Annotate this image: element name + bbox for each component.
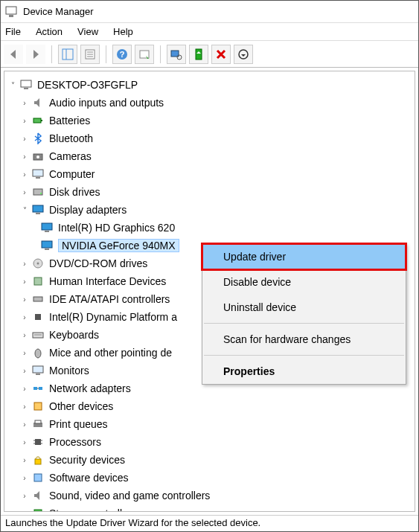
- update-driver-button[interactable]: [189, 45, 208, 64]
- tree-item-label: Storage controllers: [49, 507, 137, 512]
- tree-item-batteries[interactable]: › Batteries: [4, 112, 415, 129]
- menu-action[interactable]: Action: [36, 26, 63, 37]
- svg-rect-34: [33, 297, 42, 301]
- tree-item-label: Intel(R) Dynamic Platform a: [49, 311, 177, 323]
- svg-rect-40: [36, 374, 40, 375]
- svg-rect-44: [34, 403, 42, 410]
- back-button[interactable]: [4, 45, 23, 64]
- tree-item-label: Audio inputs and outputs: [49, 97, 164, 109]
- ctx-update-driver[interactable]: Update driver: [202, 244, 406, 269]
- action-button[interactable]: [135, 45, 154, 64]
- ctx-scan-hardware[interactable]: Scan for hardware changes: [202, 327, 406, 352]
- svg-point-32: [37, 263, 39, 265]
- window-title: Device Manager: [23, 6, 94, 17]
- tree-item-software[interactable]: › Software devices: [4, 469, 415, 487]
- tree-item-computer[interactable]: › Computer: [4, 165, 415, 183]
- computer-icon: [19, 78, 33, 92]
- ide-icon: [31, 292, 45, 306]
- disable-button[interactable]: [234, 45, 253, 64]
- chevron-right-icon[interactable]: ›: [19, 312, 30, 322]
- tree-item-label: Bluetooth: [49, 132, 93, 144]
- menu-file[interactable]: File: [5, 26, 21, 37]
- tree-item-label: IDE ATA/ATAPI controllers: [49, 293, 170, 305]
- chevron-right-icon[interactable]: ›: [19, 383, 30, 394]
- forward-button[interactable]: [26, 45, 45, 64]
- software-icon: [31, 471, 45, 484]
- chevron-right-icon[interactable]: ›: [19, 169, 30, 179]
- network-icon: [31, 382, 45, 395]
- svg-rect-30: [45, 249, 49, 250]
- chevron-right-icon[interactable]: ›: [19, 365, 30, 376]
- chevron-right-icon[interactable]: ›: [19, 437, 30, 447]
- tree-item-bluetooth[interactable]: › Bluetooth: [4, 129, 415, 147]
- processor-icon: [31, 435, 45, 449]
- menu-view[interactable]: View: [77, 26, 98, 37]
- tree-item-processors[interactable]: › Processors: [4, 433, 415, 451]
- optical-icon: [31, 257, 45, 270]
- chevron-right-icon[interactable]: ›: [19, 294, 30, 304]
- help-button[interactable]: ?: [112, 45, 132, 64]
- svg-rect-25: [33, 205, 43, 212]
- battery-icon: [31, 114, 45, 127]
- ctx-item-label: Scan for hardware changes: [223, 333, 351, 345]
- chevron-right-icon[interactable]: ›: [19, 115, 30, 126]
- tree-item-sound[interactable]: › Sound, video and game controllers: [4, 487, 415, 504]
- ctx-item-label: Update driver: [223, 251, 286, 263]
- tree-item-print[interactable]: › Print queues: [4, 415, 415, 433]
- ctx-item-label: Properties: [223, 365, 275, 377]
- chevron-right-icon[interactable]: ›: [19, 490, 30, 501]
- chevron-right-icon[interactable]: ›: [19, 419, 30, 429]
- chevron-right-icon[interactable]: ›: [19, 401, 30, 411]
- scan-hardware-button[interactable]: [167, 45, 186, 64]
- tree-item-label: Mice and other pointing de: [49, 347, 172, 359]
- tree-item-audio[interactable]: › Audio inputs and outputs: [4, 94, 415, 112]
- toolbar-separator: [160, 45, 161, 63]
- tree-item-label: Print queues: [49, 418, 108, 430]
- chevron-right-icon[interactable]: ›: [19, 347, 30, 358]
- chevron-right-icon[interactable]: ›: [19, 151, 30, 161]
- tree-item-label: Display adapters: [49, 204, 127, 216]
- ctx-item-label: Disable device: [223, 276, 291, 288]
- chevron-right-icon[interactable]: ›: [19, 258, 30, 269]
- toolbar-separator: [51, 45, 52, 63]
- tree-item-label: Cameras: [49, 150, 92, 162]
- tree-item-label: Security devices: [49, 454, 125, 466]
- chevron-down-icon[interactable]: ˅: [7, 80, 18, 90]
- chevron-right-icon[interactable]: ›: [19, 472, 30, 483]
- tree-item-display-adapters[interactable]: ˅ Display adapters: [4, 201, 415, 219]
- tree-item-cameras[interactable]: › Cameras: [4, 147, 415, 165]
- chevron-right-icon[interactable]: ›: [19, 97, 30, 108]
- chevron-right-icon[interactable]: ›: [19, 187, 30, 197]
- tree-item-security[interactable]: › Security devices: [4, 451, 415, 469]
- chevron-right-icon[interactable]: ›: [19, 133, 30, 144]
- tree-root[interactable]: ˅ DESKTOP-O3FGFLP: [4, 76, 415, 94]
- computer-icon: [31, 167, 45, 181]
- chevron-right-icon[interactable]: ›: [19, 330, 30, 340]
- tree-item-other[interactable]: › Other devices: [4, 397, 415, 415]
- tree-item-storage[interactable]: › Storage controllers: [4, 504, 415, 512]
- disk-icon: [31, 185, 45, 199]
- chevron-right-icon[interactable]: ›: [19, 508, 30, 512]
- chevron-right-icon[interactable]: ›: [19, 455, 30, 465]
- chevron-right-icon[interactable]: ›: [19, 276, 30, 286]
- svg-rect-33: [34, 278, 42, 285]
- svg-rect-47: [35, 439, 41, 445]
- uninstall-button[interactable]: [211, 45, 231, 64]
- menu-help[interactable]: Help: [113, 26, 133, 37]
- monitor-icon: [31, 364, 45, 377]
- properties-button[interactable]: [80, 45, 100, 64]
- chip-icon: [31, 310, 45, 324]
- tree-item-intel-hd[interactable]: Intel(R) HD Graphics 620: [4, 219, 415, 237]
- security-icon: [31, 453, 45, 467]
- svg-rect-29: [42, 241, 52, 248]
- svg-rect-53: [34, 474, 42, 481]
- storage-icon: [31, 507, 45, 512]
- show-hide-console-tree-button[interactable]: [58, 45, 77, 64]
- chevron-down-icon[interactable]: ˅: [19, 205, 30, 215]
- ctx-disable-device[interactable]: Disable device: [202, 269, 406, 295]
- ctx-properties[interactable]: Properties: [202, 359, 406, 384]
- tree-item-disk-drives[interactable]: › Disk drives: [4, 183, 415, 201]
- svg-rect-26: [36, 213, 40, 214]
- ctx-uninstall-device[interactable]: Uninstall device: [202, 295, 406, 320]
- tree-item-label: Sound, video and game controllers: [49, 490, 210, 501]
